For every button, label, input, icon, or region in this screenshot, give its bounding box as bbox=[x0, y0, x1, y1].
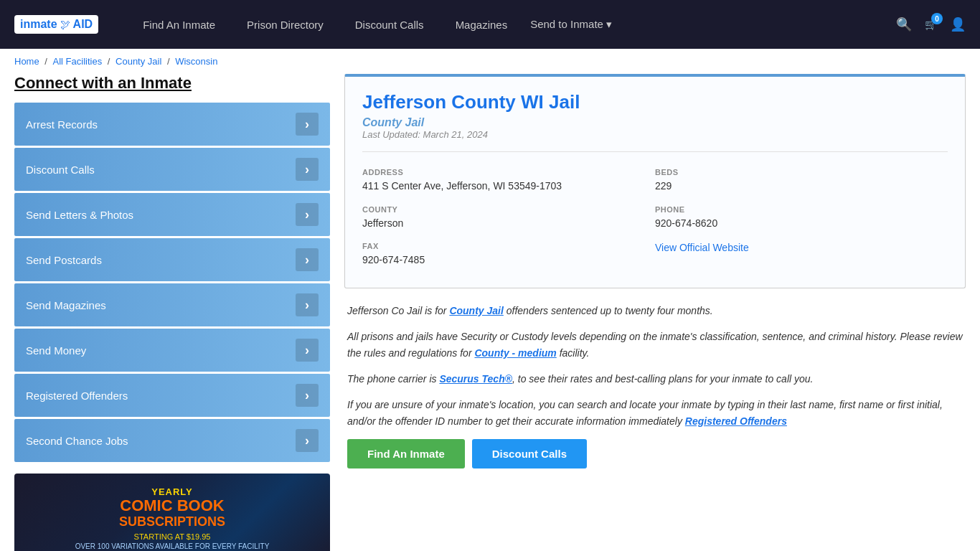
address-value: 411 S Center Ave, Jefferson, WI 53549-17… bbox=[362, 179, 655, 194]
desc-para-3: The phone carrier is Securus Tech®, to s… bbox=[347, 371, 963, 387]
fax-value: 920-674-7485 bbox=[362, 253, 655, 268]
sidebar-item-registered-offenders[interactable]: Registered Offenders › bbox=[14, 374, 330, 417]
registered-offenders-link[interactable]: Registered Offenders bbox=[685, 415, 787, 427]
facility-details: ADDRESS 411 S Center Ave, Jefferson, WI … bbox=[362, 151, 948, 273]
ad-subscriptions-text: SUBSCRIPTIONS bbox=[119, 514, 225, 529]
breadcrumb-home[interactable]: Home bbox=[14, 56, 39, 67]
content-area: Jefferson County WI Jail County Jail Las… bbox=[344, 74, 966, 551]
description-area: Jefferson Co Jail is for County Jail off… bbox=[344, 303, 966, 468]
desc-p4-start: If you are unsure of your inmate's locat… bbox=[347, 399, 943, 426]
nav-prison-directory[interactable]: Prison Directory bbox=[231, 0, 339, 49]
chevron-right-icon: › bbox=[296, 158, 319, 181]
facility-last-updated: Last Updated: March 21, 2024 bbox=[362, 129, 948, 140]
logo-text: inmate bbox=[20, 18, 57, 31]
desc-para-1: Jefferson Co Jail is for County Jail off… bbox=[347, 303, 963, 319]
county-block: COUNTY Jefferson bbox=[362, 199, 655, 237]
facility-type: County Jail bbox=[362, 116, 948, 129]
bottom-buttons: Find An Inmate Discount Calls bbox=[347, 439, 963, 468]
phone-label: PHONE bbox=[655, 205, 948, 214]
ad-starting-text: STARTING AT $19.95 bbox=[134, 532, 211, 541]
facility-name: Jefferson County WI Jail bbox=[362, 91, 948, 113]
sidebar: Connect with an Inmate Arrest Records › … bbox=[14, 74, 330, 551]
ad-over-text: OVER 100 VARIATIONS AVAILABLE FOR EVERY … bbox=[75, 542, 270, 550]
facility-card: Jefferson County WI Jail County Jail Las… bbox=[344, 74, 966, 288]
logo[interactable]: inmate 🕊 AID bbox=[14, 15, 98, 34]
beds-label: BEDS bbox=[655, 168, 948, 176]
chevron-right-icon: › bbox=[296, 384, 319, 407]
official-website-link[interactable]: View Official Website bbox=[655, 242, 749, 253]
county-label: COUNTY bbox=[362, 205, 655, 214]
website-block: View Official Website bbox=[655, 236, 948, 273]
desc-p2-end: facility. bbox=[557, 347, 590, 359]
sidebar-item-label: Registered Offenders bbox=[26, 390, 128, 402]
chevron-right-icon: › bbox=[296, 429, 319, 452]
securus-tech-link[interactable]: Securus Tech® bbox=[439, 373, 512, 385]
chevron-right-icon: › bbox=[296, 203, 319, 226]
sidebar-item-label: Second Chance Jobs bbox=[26, 435, 128, 447]
discount-calls-button[interactable]: Discount Calls bbox=[472, 439, 587, 468]
address-block: ADDRESS 411 S Center Ave, Jefferson, WI … bbox=[362, 162, 655, 199]
logo-aid: AID bbox=[73, 18, 93, 31]
navbar: inmate 🕊 AID Find An Inmate Prison Direc… bbox=[0, 0, 980, 49]
county-jail-link[interactable]: County Jail bbox=[449, 305, 503, 316]
sidebar-item-send-money[interactable]: Send Money › bbox=[14, 329, 330, 372]
sidebar-item-label: Arrest Records bbox=[26, 118, 98, 131]
beds-value: 229 bbox=[655, 179, 948, 194]
find-inmate-button[interactable]: Find An Inmate bbox=[347, 439, 465, 468]
chevron-right-icon: › bbox=[296, 113, 319, 136]
desc-para-4: If you are unsure of your inmate's locat… bbox=[347, 397, 963, 429]
breadcrumb-county-jail[interactable]: County Jail bbox=[116, 56, 161, 67]
desc-p1-start: Jefferson Co Jail is for bbox=[347, 305, 449, 316]
sidebar-item-send-magazines[interactable]: Send Magazines › bbox=[14, 283, 330, 326]
county-value: Jefferson bbox=[362, 217, 655, 231]
sidebar-item-discount-calls[interactable]: Discount Calls › bbox=[14, 148, 330, 191]
beds-block: BEDS 229 bbox=[655, 162, 948, 199]
chevron-right-icon: › bbox=[296, 248, 319, 271]
nav-magazines[interactable]: Magazines bbox=[440, 0, 524, 49]
nav-right: 🔍 🛒 0 👤 bbox=[896, 17, 966, 32]
phone-block: PHONE 920-674-8620 bbox=[655, 199, 948, 237]
sidebar-item-label: Discount Calls bbox=[26, 164, 95, 176]
main-container: Connect with an Inmate Arrest Records › … bbox=[0, 74, 980, 551]
ad-banner[interactable]: YEARLY COMIC BOOK SUBSCRIPTIONS STARTING… bbox=[14, 474, 330, 551]
chevron-right-icon: › bbox=[296, 339, 319, 362]
chevron-right-icon: › bbox=[296, 293, 319, 316]
desc-p2-text: All prisons and jails have Security or C… bbox=[347, 331, 963, 358]
phone-value: 920-674-8620 bbox=[655, 217, 948, 231]
sidebar-item-label: Send Magazines bbox=[26, 299, 106, 311]
sidebar-item-second-chance-jobs[interactable]: Second Chance Jobs › bbox=[14, 419, 330, 462]
sidebar-item-label: Send Letters & Photos bbox=[26, 209, 133, 221]
ad-comic-text: COMIC BOOK bbox=[120, 497, 224, 514]
fax-block: FAX 920-674-7485 bbox=[362, 236, 655, 273]
county-medium-link[interactable]: County - medium bbox=[474, 347, 556, 359]
address-label: ADDRESS bbox=[362, 168, 655, 176]
sidebar-item-label: Send Postcards bbox=[26, 254, 102, 266]
breadcrumb-wisconsin[interactable]: Wisconsin bbox=[175, 56, 217, 67]
sidebar-item-label: Send Money bbox=[26, 344, 86, 357]
sidebar-item-arrest-records[interactable]: Arrest Records › bbox=[14, 103, 330, 146]
nav-discount-calls[interactable]: Discount Calls bbox=[339, 0, 440, 49]
fax-label: FAX bbox=[362, 242, 655, 250]
search-icon[interactable]: 🔍 bbox=[896, 17, 912, 32]
desc-p3-end: , to see their rates and best-calling pl… bbox=[512, 373, 813, 385]
sidebar-menu: Arrest Records › Discount Calls › Send L… bbox=[14, 103, 330, 462]
logo-bird-icon: 🕊 bbox=[60, 19, 70, 30]
nav-send-to-inmate[interactable]: Send to Inmate ▾ bbox=[523, 18, 619, 31]
user-icon[interactable]: 👤 bbox=[950, 17, 966, 32]
breadcrumb-all-facilities[interactable]: All Facilities bbox=[53, 56, 103, 67]
cart-count: 0 bbox=[931, 13, 943, 24]
nav-links: Find An Inmate Prison Directory Discount… bbox=[127, 0, 896, 49]
cart-icon[interactable]: 🛒 0 bbox=[925, 19, 937, 30]
desc-p3-start: The phone carrier is bbox=[347, 373, 439, 385]
sidebar-item-send-letters[interactable]: Send Letters & Photos › bbox=[14, 193, 330, 236]
sidebar-title: Connect with an Inmate bbox=[14, 74, 330, 93]
desc-para-2: All prisons and jails have Security or C… bbox=[347, 329, 963, 361]
breadcrumb: Home / All Facilities / County Jail / Wi… bbox=[0, 49, 980, 74]
sidebar-item-send-postcards[interactable]: Send Postcards › bbox=[14, 238, 330, 281]
ad-yearly-text: YEARLY bbox=[151, 486, 193, 497]
nav-find-inmate[interactable]: Find An Inmate bbox=[127, 0, 231, 49]
desc-p1-end: offenders sentenced up to twenty four mo… bbox=[504, 305, 713, 316]
